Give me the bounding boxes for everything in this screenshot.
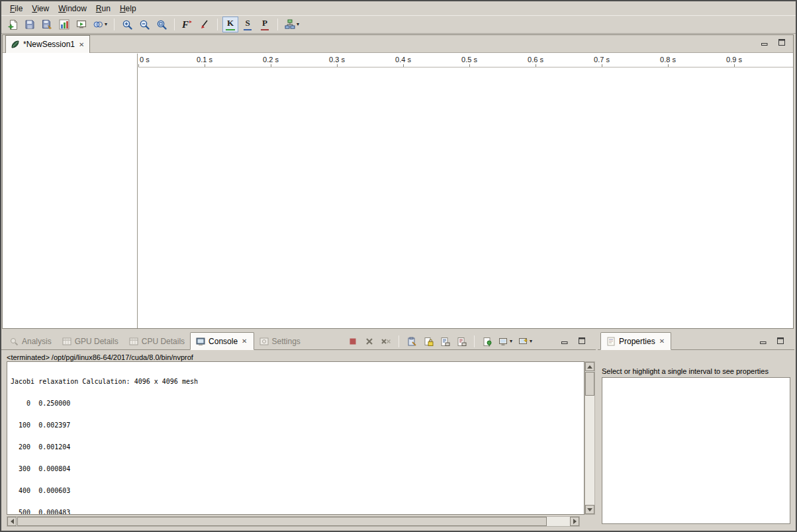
show-stdout-console-button[interactable] <box>438 334 452 349</box>
horizontal-scroll-thumb[interactable] <box>17 517 547 526</box>
scroll-up-button[interactable] <box>585 362 594 371</box>
properties-message: Select or highlight a single interval to… <box>602 367 769 375</box>
menu-bar: File View Window Run Help <box>1 1 796 15</box>
scroll-down-button[interactable] <box>585 505 594 514</box>
tab-label: Properties <box>619 337 655 346</box>
remove-launch-icon <box>365 337 374 346</box>
maximize-button[interactable] <box>777 38 786 46</box>
ruler-label: 0.4 s <box>395 56 411 64</box>
zoom-out-button[interactable] <box>136 17 152 32</box>
pin-console-button[interactable] <box>480 334 494 349</box>
display-console-icon <box>498 337 508 347</box>
open-console-icon <box>518 337 528 347</box>
dropdown-arrow-icon: ▾ <box>297 22 299 27</box>
save-as-button[interactable] <box>39 17 55 32</box>
toolbar-separator <box>217 19 218 30</box>
clear-console-button[interactable] <box>404 334 419 349</box>
compare-dropdown-button[interactable]: ▾ <box>91 17 109 32</box>
app-window: File View Window Run Help ▾ <box>0 0 797 532</box>
maximize-icon <box>777 337 784 344</box>
tab-label: Analysis <box>22 337 52 346</box>
zoom-fit-button[interactable] <box>154 17 169 32</box>
console-line: 300 0.000804 <box>11 465 584 472</box>
export-button[interactable] <box>73 17 89 32</box>
minimize-icon <box>761 39 768 46</box>
maximize-button[interactable] <box>776 337 785 345</box>
horizontal-scrollbar[interactable] <box>7 516 580 527</box>
remove-launch-button[interactable] <box>362 334 377 349</box>
monitor-export-icon <box>76 19 87 30</box>
scroll-right-button[interactable] <box>570 517 579 526</box>
menu-window[interactable]: Window <box>54 3 91 15</box>
tab-label: Settings <box>272 337 301 346</box>
pin-console-icon <box>483 337 492 347</box>
analysis-icon <box>285 19 295 30</box>
menu-run[interactable]: Run <box>91 3 115 15</box>
tab-console[interactable]: Console ✕ <box>190 332 254 350</box>
scroll-lock-button[interactable] <box>421 334 436 349</box>
kernel-toggle-button[interactable]: K <box>222 17 238 32</box>
timeline-canvas[interactable] <box>138 68 793 328</box>
remove-all-terminated-button[interactable] <box>379 334 393 349</box>
tab-cpu-details[interactable]: CPU Details <box>124 333 190 349</box>
maximize-button[interactable] <box>577 337 586 345</box>
chart-button[interactable] <box>56 17 72 32</box>
tab-label: CPU Details <box>142 337 185 346</box>
display-selected-console-button[interactable]: ▾ <box>496 334 514 349</box>
tab-label: GPU Details <box>75 337 118 346</box>
new-session-button[interactable] <box>5 17 21 32</box>
filter-button[interactable]: F <box>179 17 195 32</box>
zoom-in-button[interactable] <box>119 17 135 32</box>
tab-label: Console <box>209 337 238 346</box>
properties-view: Properties ✕ Select or highlight a singl… <box>598 332 794 529</box>
minimize-button[interactable] <box>560 337 569 345</box>
close-icon[interactable]: ✕ <box>78 41 85 48</box>
analysis-tab-icon <box>9 337 19 346</box>
menu-view[interactable]: View <box>27 3 54 15</box>
save-as-icon <box>42 19 52 30</box>
tab-gpu-details[interactable]: GPU Details <box>57 333 124 349</box>
vertical-scroll-thumb[interactable] <box>585 372 594 396</box>
dropdown-arrow-icon: ▾ <box>530 339 532 344</box>
show-stdout-icon <box>440 337 450 347</box>
menu-help[interactable]: Help <box>115 3 141 15</box>
marker-arrow-icon <box>199 19 210 30</box>
menu-file[interactable]: File <box>5 3 27 15</box>
kernel-letter: K <box>226 19 235 30</box>
ruler-label: 0.1 s <box>197 56 212 64</box>
tab-properties[interactable]: Properties ✕ <box>600 332 671 350</box>
remove-all-terminated-icon <box>381 337 391 346</box>
save-button[interactable] <box>22 17 38 32</box>
open-console-button[interactable]: ▾ <box>516 334 534 349</box>
toolbar-separator <box>398 335 399 347</box>
minimize-icon <box>561 337 568 344</box>
minimize-button[interactable] <box>760 38 769 46</box>
console-output-area[interactable]: Jacobi relaxation Calculation: 4096 x 40… <box>7 361 585 515</box>
tab-settings[interactable]: Settings <box>254 333 306 349</box>
show-stderr-console-button[interactable] <box>454 334 469 349</box>
console-line: 400 0.000603 <box>11 487 584 494</box>
ruler-label: 0.2 s <box>263 56 279 64</box>
vertical-scrollbar[interactable] <box>585 361 595 515</box>
terminate-button[interactable] <box>346 334 360 349</box>
ruler-label: 0.5 s <box>461 56 477 64</box>
minimize-button[interactable] <box>759 337 768 345</box>
process-toggle-button[interactable]: P <box>257 17 273 32</box>
tab-analysis[interactable]: Analysis <box>4 333 57 349</box>
session-tab[interactable]: *NewSession1 ✕ <box>5 35 90 53</box>
analysis-dropdown-button[interactable]: ▾ <box>283 17 301 32</box>
console-toolbar: ▾ ▾ <box>346 333 534 349</box>
scroll-lock-icon <box>424 337 434 347</box>
ruler-label: 0.6 s <box>528 56 543 64</box>
timeline-names-panel[interactable] <box>3 54 138 328</box>
marker-button[interactable] <box>197 17 212 32</box>
properties-tab-icon <box>606 337 616 346</box>
close-icon[interactable]: ✕ <box>659 337 665 345</box>
stream-toggle-button[interactable]: S <box>240 17 256 32</box>
console-output: Jacobi relaxation Calculation: 4096 x 40… <box>11 363 584 514</box>
toolbar-separator <box>114 19 115 30</box>
ruler-label: 0.7 s <box>594 56 610 64</box>
scroll-left-button[interactable] <box>7 517 17 526</box>
console-status-line: <terminated> /opt/pgi/linux86-64/2017/cu… <box>7 353 193 361</box>
close-icon[interactable]: ✕ <box>241 337 248 345</box>
